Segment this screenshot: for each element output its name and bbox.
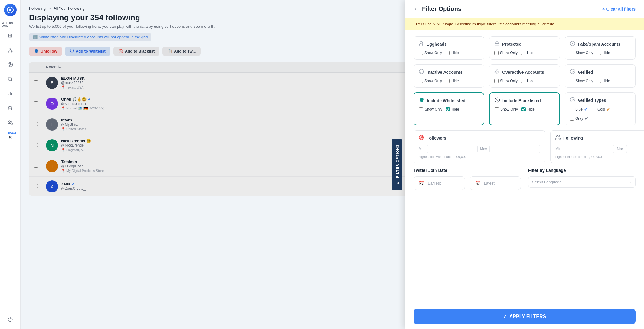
svg-line-26 (496, 98, 499, 102)
verified-hide[interactable]: Hide (597, 79, 610, 83)
verified-type-blue[interactable]: Blue ✔ (570, 107, 588, 112)
overactive-hide[interactable]: Hide (521, 79, 534, 83)
sidebar-icon-chart[interactable] (4, 88, 16, 100)
sidebar-icon-x[interactable]: ✕ NEW (4, 131, 16, 143)
svg-point-9 (8, 77, 12, 81)
checkmark-icon: ✓ (503, 314, 507, 319)
unfollow-icon: 👤 (34, 49, 39, 53)
row-checkbox[interactable] (34, 101, 38, 105)
sidebar-icon-trash[interactable] (4, 102, 16, 114)
blue-badge-icon: ✔ (584, 107, 588, 112)
filter-toggle-button[interactable]: ⚙ FILTER OPTIONS (392, 139, 402, 190)
inactive-show-only[interactable]: Show Only (419, 79, 442, 83)
fakespam-hide[interactable]: Hide (597, 51, 610, 55)
row-checkbox[interactable] (34, 184, 38, 188)
svg-line-5 (10, 49, 12, 51)
blacklisted-hide[interactable]: Hide (521, 107, 535, 111)
sidebar-icon-target[interactable] (4, 59, 16, 71)
apply-filters-button[interactable]: ✓ APPLY FILTERS (414, 309, 636, 324)
clear-all-filters-button[interactable]: ✕ Clear all filters (602, 7, 636, 11)
svg-line-10 (11, 80, 12, 81)
verified-types-row: Blue ✔ Gold ✔ Gray ✔ (570, 107, 630, 121)
sidebar-icon-network[interactable] (4, 44, 16, 56)
latest-date-input[interactable]: 📅 Latest (470, 176, 521, 190)
add-to-blacklist-button[interactable]: 🚫 Add to Blacklist (113, 47, 159, 56)
whitelisted-hide-checkbox[interactable] (446, 107, 450, 111)
whitelisted-show-only-checkbox[interactable] (419, 107, 423, 111)
protected-hide[interactable]: Hide (521, 51, 534, 55)
protected-show-only-checkbox[interactable] (494, 51, 499, 55)
blacklisted-hide-checkbox[interactable] (521, 107, 526, 111)
eggheads-show-only[interactable]: Show Only (419, 51, 442, 55)
sidebar-icon-users[interactable] (4, 117, 16, 129)
add-to-tw-button[interactable]: 📋 Add to Tw... (162, 47, 201, 56)
whitelisted-show-only[interactable]: Show Only (419, 107, 442, 111)
following-min-input[interactable] (564, 145, 614, 153)
sidebar-icon-grid[interactable]: ⊞ (4, 30, 16, 42)
sidebar-icon-search[interactable] (4, 73, 16, 85)
verified-show-only-checkbox[interactable] (570, 79, 574, 83)
inactive-hide[interactable]: Hide (446, 79, 459, 83)
filter-icon: ⚙ (395, 180, 399, 185)
fakespam-hide-checkbox[interactable] (597, 51, 601, 55)
unfollow-button[interactable]: 👤 Unfollow (29, 47, 62, 56)
eggheads-show-only-checkbox[interactable] (419, 51, 423, 55)
filter-row-3: Include Whitelisted Show Only Hide (414, 92, 636, 125)
row-checkbox[interactable] (34, 122, 38, 126)
filter-card-inactive: Inactive Accounts Show Only Hide (414, 64, 484, 88)
blacklisted-show-only[interactable]: Show Only (495, 107, 518, 111)
following-range-card: Following Min Max highest friends count … (550, 130, 644, 163)
verified-type-gray[interactable]: Gray ✔ (570, 116, 588, 121)
user-name: ELON MUSK (61, 76, 85, 81)
blacklisted-show-only-checkbox[interactable] (495, 107, 499, 111)
row-checkbox[interactable] (34, 164, 38, 168)
language-select[interactable]: Select Language (528, 176, 636, 188)
filter-card-verified: Verified Show Only Hide (565, 64, 636, 88)
filter-body: Eggheads Show Only Hide (405, 30, 644, 304)
whitelisted-hide[interactable]: Hide (446, 107, 459, 111)
fakespam-show-only-checkbox[interactable] (570, 51, 574, 55)
followers-max-input[interactable] (489, 145, 540, 153)
new-badge: NEW (8, 132, 15, 134)
eggheads-hide[interactable]: Hide (446, 51, 459, 55)
following-max-input[interactable] (626, 145, 644, 153)
whitelisted-icon (419, 97, 424, 104)
overactive-show-only-checkbox[interactable] (494, 79, 499, 83)
row-checkbox[interactable] (34, 80, 38, 84)
filter-back-button[interactable]: ← (414, 6, 419, 12)
sidebar-icon-power[interactable] (4, 313, 16, 325)
user-name: OhMi 🎵🤞😀 ✔ (61, 97, 105, 102)
filter-card-protected: Protected Show Only Hide (489, 36, 560, 60)
verified-type-gold[interactable]: Gold ✔ (592, 107, 610, 112)
filter-card-include-whitelisted: Include Whitelisted Show Only Hide (414, 92, 484, 125)
earliest-date-input[interactable]: 📅 Earliest (414, 176, 465, 190)
user-handle: @suuuupaman (61, 102, 105, 106)
verified-gold-checkbox[interactable] (592, 108, 596, 111)
verified-gray-checkbox[interactable] (570, 117, 574, 121)
blacklisted-icon (495, 97, 500, 104)
row-checkbox[interactable] (34, 143, 38, 147)
followers-range-card: Followers Min Max highest follower count… (414, 130, 545, 163)
filter-panel: ← Filter Options ✕ Clear all filters Fil… (405, 0, 644, 329)
protected-hide-checkbox[interactable] (521, 51, 525, 55)
verified-show-only[interactable]: Show Only (570, 79, 593, 83)
avatar: E (46, 77, 58, 89)
overactive-hide-checkbox[interactable] (521, 79, 525, 83)
gray-badge-icon: ✔ (585, 116, 588, 121)
inactive-hide-checkbox[interactable] (446, 79, 450, 83)
verified-hide-checkbox[interactable] (597, 79, 601, 83)
svg-point-27 (557, 135, 558, 137)
user-handle: @MyShixt (61, 122, 86, 127)
svg-point-3 (11, 51, 12, 52)
filter-card-verified-types: Verified Types Blue ✔ Gold ✔ (565, 92, 636, 125)
fakespam-show-only[interactable]: Show Only (570, 51, 593, 55)
followers-min-input[interactable] (427, 145, 478, 153)
overactive-show-only[interactable]: Show Only (494, 79, 518, 83)
user-handle: @NickDrendel (61, 143, 91, 147)
protected-show-only[interactable]: Show Only (494, 51, 518, 55)
filter-footer: ✓ APPLY FILTERS (405, 304, 644, 329)
inactive-show-only-checkbox[interactable] (419, 79, 423, 83)
eggheads-hide-checkbox[interactable] (446, 51, 450, 55)
add-to-whitelist-button[interactable]: 🛡 Add to Whitelist (65, 47, 110, 56)
verified-blue-checkbox[interactable] (570, 108, 574, 111)
